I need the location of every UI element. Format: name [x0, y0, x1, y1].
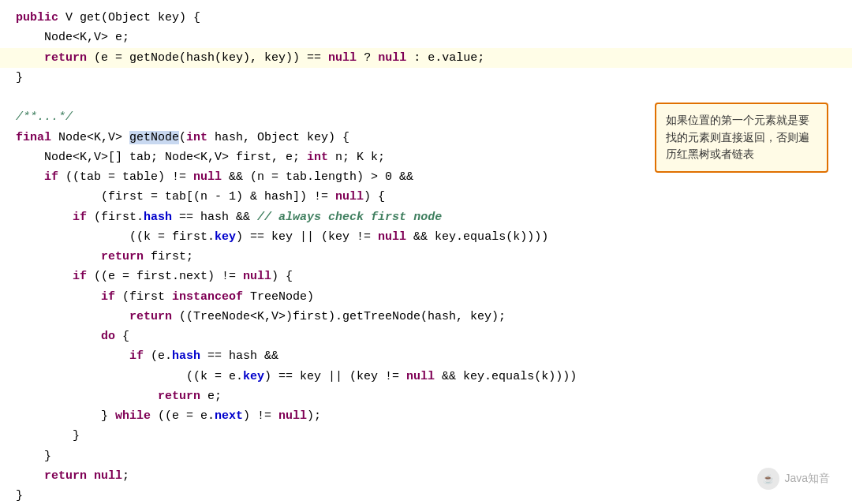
- code-line-4: }: [0, 68, 852, 88]
- callout-box: 如果位置的第一个元素就是要找的元素则直接返回，否则遍历红黑树或者链表: [655, 103, 828, 173]
- code-line-21: } while ((e = e.next) != null);: [0, 406, 852, 426]
- code-container: public V get(Object key) { Node<K,V> e; …: [0, 0, 852, 504]
- code-line-25: }: [0, 486, 852, 504]
- code-line-22: }: [0, 426, 852, 446]
- watermark-text: Java知音: [784, 472, 830, 486]
- code-line-14: if ((e = first.next) != null) {: [0, 267, 852, 286]
- code-line-15: if (first instanceof TreeNode): [0, 287, 852, 307]
- watermark-logo: ☕: [757, 468, 779, 490]
- code-line-18: if (e.hash == hash &&: [0, 346, 852, 366]
- code-line-20: return e;: [0, 386, 852, 406]
- watermark: ☕ Java知音: [757, 468, 830, 490]
- code-line-13: return first;: [0, 247, 852, 267]
- code-line-10: (first = tab[(n - 1) & hash]) != null) {: [0, 187, 852, 207]
- code-line-23: }: [0, 446, 852, 466]
- code-line-16: return ((TreeNode<K,V>)first).getTreeNod…: [0, 307, 852, 327]
- code-line-11: if (first.hash == hash && // always chec…: [0, 207, 852, 227]
- code-line-2: Node<K,V> e;: [0, 28, 852, 47]
- code-line-19: ((k = e.key) == key || (key != null && k…: [0, 367, 852, 386]
- code-line-3: return (e = getNode(hash(key), key)) == …: [0, 48, 852, 68]
- code-line-17: do {: [0, 327, 852, 346]
- code-line-24: return null;: [0, 466, 852, 486]
- code-line-12: ((k = first.key) == key || (key != null …: [0, 227, 852, 247]
- code-line-1: public V get(Object key) {: [0, 8, 852, 28]
- callout-text: 如果位置的第一个元素就是要找的元素则直接返回，否则遍历红黑树或者链表: [666, 114, 809, 160]
